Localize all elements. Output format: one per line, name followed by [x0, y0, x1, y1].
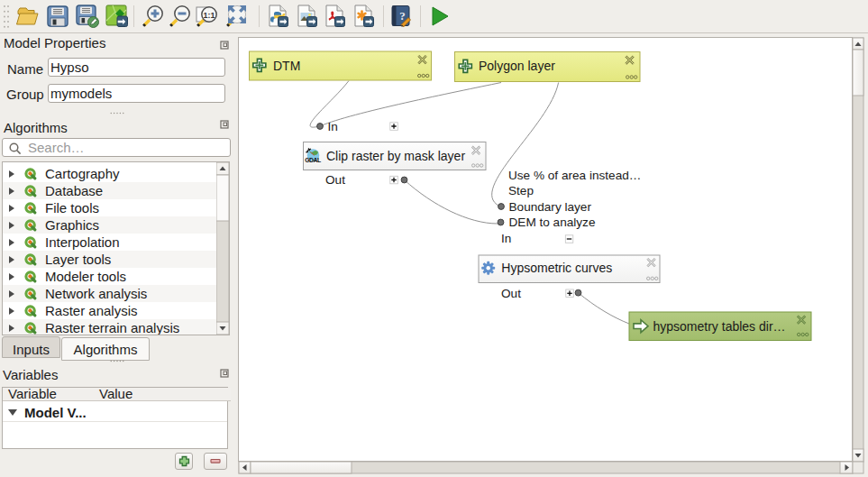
- svg-text:?: ?: [399, 9, 406, 23]
- svg-text:1:1: 1:1: [203, 11, 215, 20]
